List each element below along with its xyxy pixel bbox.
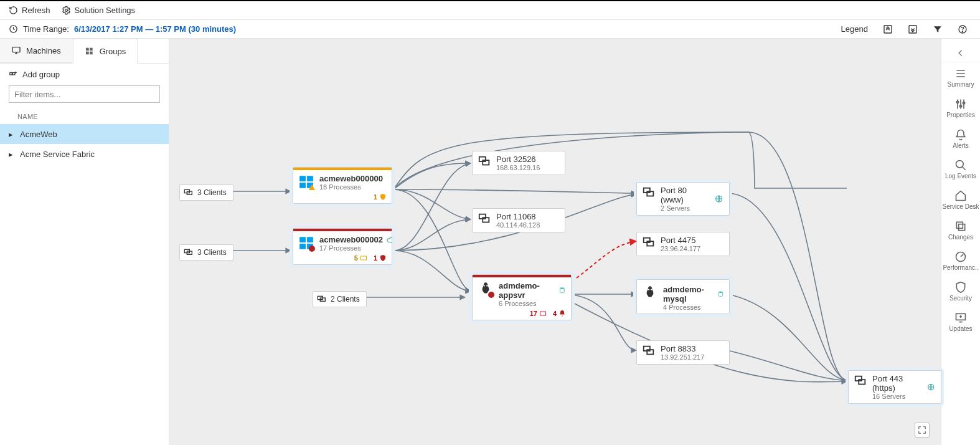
- port-node-443[interactable]: Port 443 (https)16 Servers: [848, 370, 941, 404]
- gauge-icon: [954, 251, 967, 263]
- timerange-bar: Time Range: 6/13/2017 1:27 PM — 1:57 PM …: [0, 20, 980, 39]
- dependency-map-canvas[interactable]: 3 Clients 3 Clients 2 Clients: [169, 39, 941, 445]
- port-node-80[interactable]: Port 80 (www)2 Servers: [636, 182, 730, 216]
- collapse-all-button[interactable]: [908, 24, 918, 34]
- svg-rect-20: [307, 176, 313, 181]
- svg-point-54: [956, 161, 964, 168]
- clients-label: 3 Clients: [197, 188, 227, 197]
- rail-service-desk[interactable]: Service Desk: [941, 184, 980, 215]
- machine-node-acmeweb000000[interactable]: acmeweb000000 18 Processes 1: [293, 167, 392, 204]
- rail-changes[interactable]: Changes: [941, 215, 980, 246]
- add-group-button[interactable]: Add group: [0, 64, 169, 85]
- port-sub: 168.63.129.16: [496, 164, 540, 171]
- rail-security[interactable]: Security: [941, 276, 980, 307]
- database-icon: [558, 286, 566, 295]
- tab-machines[interactable]: Machines: [0, 39, 73, 63]
- error-badge-icon: [308, 245, 316, 252]
- tree-item-acme-service-fabric[interactable]: ▸ Acme Service Fabric: [0, 144, 169, 164]
- svg-rect-33: [540, 312, 545, 315]
- filter-input[interactable]: [9, 85, 160, 103]
- filter-button[interactable]: [933, 24, 943, 34]
- svg-rect-21: [299, 183, 306, 188]
- search-icon: [954, 159, 967, 171]
- rail-alerts[interactable]: Alerts: [941, 123, 980, 154]
- monitors-icon: [184, 247, 194, 257]
- help-button[interactable]: [958, 24, 968, 34]
- svg-point-31: [488, 292, 494, 298]
- refresh-label: Refresh: [22, 6, 50, 15]
- globe-icon: [927, 383, 935, 391]
- expand-all-button[interactable]: [883, 24, 893, 34]
- shield-icon: [954, 281, 967, 294]
- svg-rect-25: [299, 244, 306, 249]
- svg-point-34: [648, 289, 649, 290]
- port-node-11068[interactable]: Port 1106840.114.46.128: [472, 208, 565, 232]
- globe-icon: [715, 194, 723, 203]
- fit-to-screen-button[interactable]: [915, 423, 930, 438]
- clients-pill[interactable]: 3 Clients: [179, 244, 233, 261]
- solution-settings-button[interactable]: Solution Settings: [62, 6, 136, 15]
- shield-icon: [379, 254, 387, 262]
- svg-rect-11: [10, 72, 12, 75]
- warn-count: 17: [530, 310, 537, 317]
- svg-point-35: [651, 289, 652, 290]
- rail-collapse-button[interactable]: [941, 44, 980, 62]
- alert-count: 1: [374, 193, 377, 201]
- svg-rect-8: [90, 48, 93, 51]
- rail-label: Summary: [948, 81, 974, 88]
- port-title: Port 80 (www): [661, 186, 710, 204]
- servers-icon: [478, 155, 491, 168]
- svg-point-29: [484, 285, 485, 287]
- machine-node-acmeweb000002[interactable]: acmeweb000002 17 Processes 5 1: [293, 228, 392, 265]
- timerange-picker[interactable]: Time Range: 6/13/2017 1:27 PM — 1:57 PM …: [0, 24, 245, 34]
- rail-performance[interactable]: Performanc..: [941, 246, 980, 276]
- node-title: admdemo-mysql: [663, 285, 714, 304]
- refresh-button[interactable]: Refresh: [9, 6, 50, 15]
- shield-icon: [379, 193, 387, 201]
- bell-icon: [558, 310, 566, 317]
- svg-point-36: [719, 291, 722, 293]
- windows-icon: [298, 235, 314, 251]
- machine-node-admdemo-mysql[interactable]: admdemo-mysql 4 Processes: [636, 279, 730, 314]
- alert-count: 1: [374, 254, 377, 262]
- rail-properties[interactable]: Properties: [941, 93, 980, 123]
- clients-pill[interactable]: 3 Clients: [179, 184, 233, 201]
- svg-point-30: [486, 285, 488, 287]
- fit-icon: [918, 426, 926, 434]
- node-subtitle: 4 Processes: [663, 304, 724, 311]
- rail-summary[interactable]: Summary: [941, 62, 980, 93]
- clients-pill[interactable]: 2 Clients: [313, 291, 367, 307]
- port-sub: 16 Servers: [872, 393, 922, 400]
- port-node-4475[interactable]: Port 447523.96.24.177: [636, 232, 730, 256]
- node-subtitle: 17 Processes: [319, 244, 395, 252]
- svg-rect-9: [86, 52, 89, 55]
- tree-item-label: Acme Service Fabric: [20, 150, 95, 159]
- warning-icon: [360, 254, 367, 262]
- port-node-8833[interactable]: Port 883313.92.251.217: [636, 340, 730, 365]
- port-node-32526[interactable]: Port 32526168.63.129.16: [472, 151, 565, 175]
- machine-node-admdemo-appsvr[interactable]: admdemo-appsvr 6 Processes 17 4: [472, 274, 572, 320]
- servers-icon: [642, 236, 656, 249]
- chevron-left-icon: [956, 49, 965, 57]
- help-icon: [958, 24, 968, 34]
- right-rail: Summary Properties Alerts Log Events Ser…: [941, 39, 980, 445]
- monitor-icon: [11, 45, 21, 55]
- servers-icon: [642, 344, 656, 358]
- rail-label: Security: [949, 295, 972, 302]
- rail-label: Changes: [948, 234, 973, 241]
- svg-rect-28: [360, 256, 366, 260]
- node-subtitle: 18 Processes: [319, 183, 387, 191]
- tab-groups[interactable]: Groups: [73, 39, 138, 64]
- group-tree: ▸ AcmeWeb ▸ Acme Service Fabric: [0, 124, 169, 164]
- servers-icon: [854, 374, 867, 388]
- tree-item-acmeweb[interactable]: ▸ AcmeWeb: [0, 124, 169, 144]
- rail-log-events[interactable]: Log Events: [941, 154, 980, 184]
- left-panel: Machines Groups Add group NAME ▸ AcmeWeb: [0, 39, 169, 445]
- port-sub: 40.114.46.128: [496, 221, 540, 229]
- rail-updates[interactable]: Updates: [941, 307, 980, 337]
- legend-button[interactable]: Legend: [841, 24, 868, 34]
- error-badge-icon: [488, 291, 495, 299]
- svg-rect-56: [959, 224, 965, 231]
- svg-rect-10: [90, 52, 93, 55]
- add-group-label: Add group: [22, 70, 60, 79]
